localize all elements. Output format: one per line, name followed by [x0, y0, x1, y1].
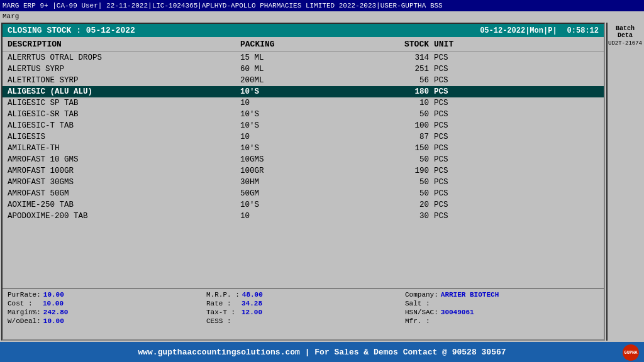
stock-header-right: 05-12-2022|Mon|P| 0:58:12 [480, 26, 599, 35]
table-row[interactable]: ALIGESIC-T TAB10'S100PCS [3, 120, 604, 131]
table-row[interactable]: ALIGESIS1087PCS [3, 131, 604, 143]
mfr-row: Mfr. : [405, 317, 599, 325]
row-unit: PCS [434, 178, 472, 187]
row-packing: 100GR [240, 167, 366, 175]
row-packing: 15 ML [240, 53, 366, 62]
table-row[interactable]: AMROFAST 30GMS30HM50PCS [3, 177, 604, 188]
cess-label: CESS : [206, 317, 239, 325]
row-packing: 10 [240, 133, 366, 141]
rate-label: Rate : [206, 300, 239, 307]
wopeal-row: W/oDeal: 10.00 [8, 317, 201, 325]
row-description: APODOXIME-200 TAB [8, 212, 240, 221]
row-stock: 150 [366, 144, 429, 153]
row-stock: 50 [366, 178, 429, 187]
row-unit: PCS [434, 200, 472, 209]
right-panel: Batch Deta UD2T-21674 [606, 23, 643, 341]
menu-marg[interactable]: Marg [3, 13, 19, 20]
row-packing: 200ML [240, 76, 366, 85]
mfr-label: Mfr. : [405, 317, 438, 325]
purrate-value: 10.00 [43, 291, 64, 299]
row-stock: 314 [366, 53, 429, 62]
row-unit: PCS [434, 110, 472, 119]
row-description: AMROFAST 30GMS [8, 178, 240, 187]
col-packing: PACKING [240, 40, 366, 49]
info-col-1: PurRate: 10.00 Cost : 10.00 Margin%: 242… [8, 291, 201, 337]
row-description: ALERRTUS OTRAL DROPS [8, 53, 240, 62]
row-packing: 10'S [240, 200, 366, 209]
main-area: CLOSING STOCK : 05-12-2022 05-12-2022|Mo… [0, 21, 644, 342]
row-stock: 100 [366, 121, 429, 130]
wopeal-value: 10.00 [43, 317, 64, 325]
row-packing: 10 [240, 99, 366, 107]
row-unit: PCS [434, 189, 472, 198]
stock-area: CLOSING STOCK : 05-12-2022 05-12-2022|Mo… [1, 23, 605, 341]
row-stock: 20 [366, 200, 429, 209]
salt-label: Salt : [405, 300, 438, 307]
stock-time: 0:58:12 [567, 26, 599, 35]
row-unit: PCS [434, 76, 472, 85]
mrp-label: M.R.P. : [206, 291, 240, 299]
taxt-label: Tax-T : [206, 309, 239, 316]
cost-label: Cost : [8, 300, 40, 307]
info-col-2: M.R.P. : 48.00 Rate : 34.28 Tax-T : 12.0… [206, 291, 400, 337]
row-description: ALIGESIS [8, 133, 240, 141]
company-label: Company: [405, 291, 438, 299]
company-row: Company: ARRIER BIOTECH [405, 291, 599, 299]
hsn-label: HSN/SAC: [405, 309, 438, 316]
batch-detail-code: UD2T-21674 [608, 40, 642, 47]
row-packing: 50GM [240, 189, 366, 198]
menu-bar[interactable]: Marg [0, 11, 644, 21]
column-headers: DESCRIPTION PACKING STOCK UNIT [3, 37, 604, 52]
row-unit: PCS [434, 87, 472, 96]
row-stock: 190 [366, 167, 429, 175]
row-unit: PCS [434, 212, 472, 221]
table-row[interactable]: ALERTUS SYRP60 ML251PCS [3, 63, 604, 75]
table-row[interactable]: AMROFAST 10 GMS10GMS50PCS [3, 154, 604, 165]
col-unit: UNIT [434, 40, 472, 49]
table-row[interactable]: ALERRTUS OTRAL DROPS15 ML314PCS [3, 52, 604, 63]
row-stock: 10 [366, 99, 429, 107]
row-packing: 10'S [240, 121, 366, 130]
title-bar: MARG ERP 9+ |CA-99 User| 22-11-2022|LIC-… [0, 0, 644, 11]
row-stock: 180 [366, 87, 429, 96]
row-description: ALIGESIC (ALU ALU) [8, 87, 240, 96]
logo-text: GUPHA [624, 350, 637, 355]
mrp-row: M.R.P. : 48.00 [206, 291, 400, 299]
col-stock: STOCK [366, 40, 429, 49]
stock-date: 05-12-2022|Mon|P| [480, 26, 557, 35]
row-packing: 60 ML [240, 65, 366, 74]
row-packing: 10'S [240, 87, 366, 96]
row-unit: PCS [434, 167, 472, 175]
row-description: AMROFAST 10 GMS [8, 155, 240, 164]
table-row[interactable]: ALIGESIC SP TAB1010PCS [3, 97, 604, 109]
cess-row: CESS : [206, 317, 400, 325]
row-packing: 10 [240, 212, 366, 221]
table-row[interactable]: APODOXIME-200 TAB1030PCS [3, 211, 604, 222]
row-stock: 50 [366, 189, 429, 198]
mrp-value: 48.00 [242, 291, 263, 299]
table-row[interactable]: ALETRITONE SYRP200ML56PCS [3, 75, 604, 86]
table-row[interactable]: AMROFAST 50GM50GM50PCS [3, 188, 604, 199]
bottom-banner: www.gupthaaccountingsolutions.com | For … [0, 342, 644, 362]
row-stock: 30 [366, 212, 429, 221]
table-row[interactable]: ALIGESIC-SR TAB10'S50PCS [3, 109, 604, 120]
row-unit: PCS [434, 155, 472, 164]
taxt-value: 12.00 [242, 309, 262, 316]
table-row[interactable]: AMILRATE-TH10'S150PCS [3, 143, 604, 154]
row-unit: PCS [434, 99, 472, 107]
rate-row: Rate : 34.28 [206, 300, 400, 307]
purrate-row: PurRate: 10.00 [8, 291, 201, 299]
row-description: ALIGESIC-T TAB [8, 121, 240, 130]
taxt-row: Tax-T : 12.00 [206, 309, 400, 316]
row-description: AOXIME-250 TAB [8, 200, 240, 209]
info-panel: PurRate: 10.00 Cost : 10.00 Margin%: 242… [3, 288, 604, 339]
table-row[interactable]: AOXIME-250 TAB10'S20PCS [3, 199, 604, 211]
table-row[interactable]: ALIGESIC (ALU ALU)10'S180PCS [3, 86, 604, 97]
row-unit: PCS [434, 133, 472, 141]
row-packing: 10'S [240, 110, 366, 119]
stock-table: ALERRTUS OTRAL DROPS15 ML314PCSALERTUS S… [3, 52, 604, 288]
batch-detail-label: Batch Deta [608, 25, 643, 39]
row-stock: 251 [366, 65, 429, 74]
row-unit: PCS [434, 53, 472, 62]
table-row[interactable]: AMROFAST 100GR100GR190PCS [3, 165, 604, 177]
